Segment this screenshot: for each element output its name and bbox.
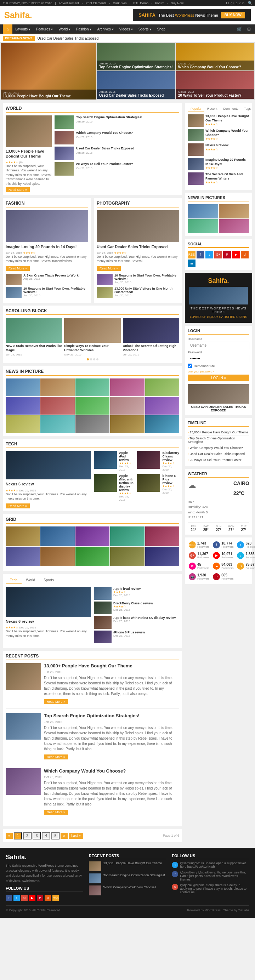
nav-world[interactable]: World ▾ [56,25,73,33]
tab-li-title-2[interactable]: Apple iMac with Retina 5K display review [113,616,176,620]
tab-comments[interactable]: Comments [220,106,242,112]
grid-img-8[interactable] [75,547,110,566]
page-3-button[interactable]: 3 [33,832,41,840]
nav-home-icon[interactable]: ⌂ [3,24,13,33]
tech-item-2[interactable]: Apple iMac with Retina 5K display review… [94,474,134,501]
next-page-button[interactable]: » [61,833,68,839]
top-bar-buynow[interactable]: Buy Now [171,2,183,5]
tab-list-item-0[interactable]: Apple iPad review ★★★★☆ Dec 25, 2015 [94,587,179,600]
spi-0[interactable]: 13,000+ People Have Bought Our Theme ★★★… [188,115,249,127]
pic-item-5[interactable] [145,379,179,396]
footer-post-0[interactable]: 13,000+ People Have Bought Our Theme [89,861,166,871]
recent-read-more-2[interactable]: Read More » [44,810,68,815]
tab-tech[interactable]: Tech [6,577,22,584]
fashion-list-item-0[interactable]: A Skin Cream That's Proven to Work! Aug … [6,274,88,285]
tab-li-title-1[interactable]: BlackBerry Classic review [113,601,153,605]
page-5-button[interactable]: 5 [51,832,60,840]
world-list-item-1[interactable]: Which Company Would You Choose? Oct 26, … [54,131,179,145]
recent-img-2[interactable] [6,768,41,795]
featured-sec-2[interactable]: Oct 26, 2015 Which Company Would You Cho… [176,43,254,70]
world-read-more-button[interactable]: Read More » [6,187,30,192]
pi-icon[interactable]: p [236,2,237,5]
pic-item-3[interactable] [75,379,110,396]
tab-list-item-1[interactable]: BlackBerry Classic review ★★★★☆ Dec 25, … [94,601,179,614]
featured-sec-4[interactable]: Oct 26, 2015 20 Ways To Sell Your Produc… [176,71,254,99]
top-bar-forum[interactable]: Forum [155,2,164,5]
pic-item-4[interactable] [110,379,144,396]
footer-post-2[interactable]: Which Company Would You Choose? [89,886,166,896]
footer-fb-btn[interactable]: f [6,895,12,901]
top-bar-darkskin[interactable]: Dark Skin [113,2,127,5]
login-button[interactable]: LOG IN » [188,375,249,381]
photography-list-item-0[interactable]: 10 Reasons to Start Your Own, Profitable… [97,274,179,285]
pic-item-2[interactable] [40,379,74,396]
featured-sec-3[interactable]: Jan 26, 2015 Used Car Dealer Sales Trick… [97,71,175,99]
recent-title-2[interactable]: Which Company Would You Choose? [44,768,179,774]
lost-password-link[interactable]: Lost your password? [188,370,214,373]
sf-dk-button[interactable]: d [241,251,249,258]
tab-world[interactable]: World [22,577,39,584]
tab-main-title[interactable]: Nexus 6 review [6,619,91,624]
tab-tags[interactable]: Tags [241,106,253,112]
tab-list-item-3[interactable]: iPhone 6 Plus review Dec 25, 2015 [94,630,179,643]
sf-yt-button[interactable]: ▶ [232,251,240,258]
footer-post-1[interactable]: Top Search Engine Optimization Strategie… [89,873,166,883]
tab-popular[interactable]: Popular [188,106,204,112]
buy-now-button[interactable]: BUY NOW [221,12,245,18]
page-4-button[interactable]: 4 [42,832,50,840]
snip-1[interactable] [188,204,218,218]
tech-item-1[interactable]: BlackBerry Classic review ★★★★☆ Dec 25, … [137,451,179,471]
grid-img-10[interactable] [145,547,179,566]
sf-ln-button[interactable]: in [188,259,196,267]
stat-pi[interactable]: P 665 Followers [212,572,234,581]
sf-gp-button[interactable]: G+ [214,251,222,258]
in-icon[interactable]: in [242,2,244,5]
dot-3[interactable] [93,358,95,360]
timeline-item-2[interactable]: Which Company Would You Choose? [188,445,249,451]
world-list-title-3[interactable]: 20 Ways To Sell Your Product Faster? [76,162,179,166]
sf-fb-button[interactable]: f [196,251,204,258]
footer-dk-btn[interactable]: d [45,895,51,901]
spi-3[interactable]: Imagine Losing 20 Pounds In 14 Days! ★★★… [188,158,249,170]
timeline-item-4[interactable]: 20 Ways To Sell Your Product Faster [188,457,249,463]
nav-videos[interactable]: Videos ▾ [116,25,135,33]
nav-shop[interactable]: Shop [154,25,168,33]
scroll-item-0[interactable]: New A Stain Remover that Works like Magi… [6,318,62,356]
stat-tw[interactable]: t 623 Followers [236,540,255,549]
top-bar-advertisement[interactable]: Advertisement [59,2,79,5]
pic-item-11[interactable] [6,415,40,433]
tech-read-more[interactable]: Read More » [6,503,30,508]
scroll-item-2[interactable]: Unlock The Secrets Of Letting High Vibra… [123,318,179,356]
world-main-title[interactable]: 13,000+ People Have Bought Our Theme [6,149,52,159]
search-icon-topbar[interactable]: 🔍 [248,1,252,5]
pic-item-12[interactable] [40,415,74,433]
featured-main[interactable]: Jun 26, 2015 13,000+ People Have Bought … [1,43,96,100]
snip-3[interactable] [188,219,218,233]
tab-recent[interactable]: Recent [204,106,220,112]
world-list-title-2[interactable]: Used Car Dealer Sales Tricks Exposed [76,146,179,151]
gp-icon[interactable]: g+ [231,2,234,5]
grid-img-3[interactable] [75,527,110,546]
grid-img-1[interactable] [6,527,40,546]
tw-icon[interactable]: t [228,2,230,5]
pic-item-7[interactable] [40,397,74,415]
tab-sports[interactable]: Sports [39,577,58,584]
tech-item-3[interactable]: iPhone 6 Plus review ★★★★☆ Dec 25, 2015 [137,474,179,501]
username-input[interactable] [188,342,249,349]
timeline-item-1[interactable]: Top Search Engine Optimization Strategie… [188,436,249,445]
tech-featured-image[interactable] [6,451,91,479]
fashion-main-image[interactable] [6,210,88,242]
photography-main-image[interactable] [97,210,179,242]
breaking-news-text[interactable]: Used Car Dealer Sales Tricks Exposed [38,37,99,40]
recent-img-1[interactable] [6,713,41,740]
top-bar-print[interactable]: Print Elements [86,2,107,5]
footer-yt-btn[interactable]: ▶ [29,895,35,901]
fashion-read-more[interactable]: Read More » [6,266,30,271]
prev-page-button[interactable]: « [6,833,13,839]
photography-read-more[interactable]: Read More » [97,266,121,271]
stat-gp[interactable]: G+ 11,367 Followers [188,551,210,560]
stat-fe[interactable]: ☁ 84,063 Followers [212,562,234,571]
recent-read-more-1[interactable]: Read More » [44,754,68,759]
recent-read-more-0[interactable]: Read More » [44,699,68,704]
tab-li-title-3[interactable]: iPhone 6 Plus review [113,630,145,634]
